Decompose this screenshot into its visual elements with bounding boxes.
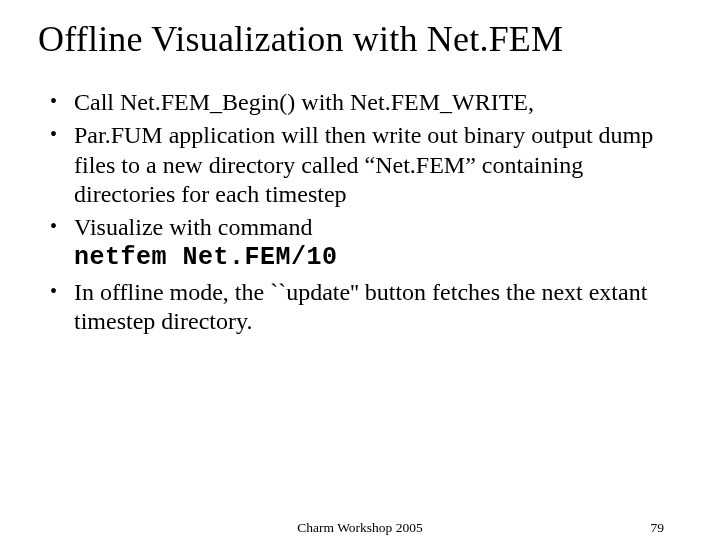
bullet-list: Call Net.FEM_Begin() with Net.FEM_WRITE,… — [38, 88, 682, 336]
bullet-pre-1: Par.FUM application will then write out … — [74, 122, 653, 207]
bullet-pre-3: In offline mode, the ``update'' button f… — [74, 279, 647, 334]
list-item: In offline mode, the ``update'' button f… — [46, 278, 682, 337]
page-title: Offline Visualization with Net.FEM — [38, 18, 682, 60]
list-item: Call Net.FEM_Begin() with Net.FEM_WRITE, — [46, 88, 682, 117]
slide: Offline Visualization with Net.FEM Call … — [0, 0, 720, 540]
footer-center: Charm Workshop 2005 — [297, 520, 422, 536]
footer-pagenum: 79 — [651, 520, 665, 536]
bullet-pre-0: Call Net.FEM_Begin() with Net.FEM_WRITE, — [74, 89, 534, 115]
list-item: Visualize with command netfem Net.FEM/10 — [46, 213, 682, 274]
list-item: Par.FUM application will then write out … — [46, 121, 682, 209]
bullet-code-2: netfem Net.FEM/10 — [74, 243, 338, 272]
bullet-pre-2: Visualize with command — [74, 214, 313, 240]
